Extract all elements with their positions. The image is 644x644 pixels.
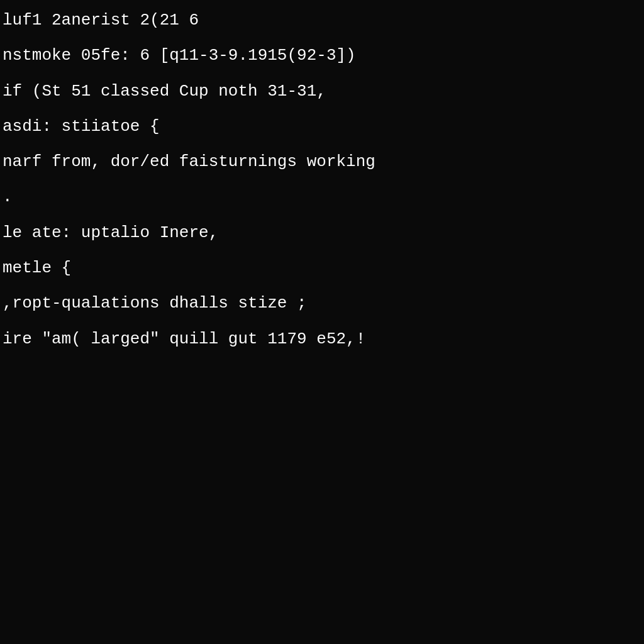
terminal-line-2: nstmoke 05fe: 6 [q11-3-9.1915(92-3])	[0, 42, 644, 69]
terminal-line-6: .	[0, 183, 644, 211]
terminal-line-8: metle {	[0, 254, 644, 282]
terminal-window: luf1 2anerist 2(21 6 nstmoke 05fe: 6 [q1…	[0, 0, 644, 644]
terminal-line-9: ,ropt-qualations dhalls stize ;	[0, 289, 644, 317]
terminal-line-5: narf from, dor/ed faisturnings working	[0, 148, 644, 175]
terminal-line-7: le ate: uptalio Inere,	[0, 219, 644, 247]
terminal-line-1: luf1 2anerist 2(21 6	[0, 6, 644, 34]
terminal-line-10: ire "am( larged" quill gut 1179 e52,!	[0, 325, 644, 353]
terminal-line-4: asdi: stiiatoe {	[0, 113, 644, 140]
terminal-line-3: if (St 51 classed Cup noth 31-31,	[0, 77, 644, 105]
